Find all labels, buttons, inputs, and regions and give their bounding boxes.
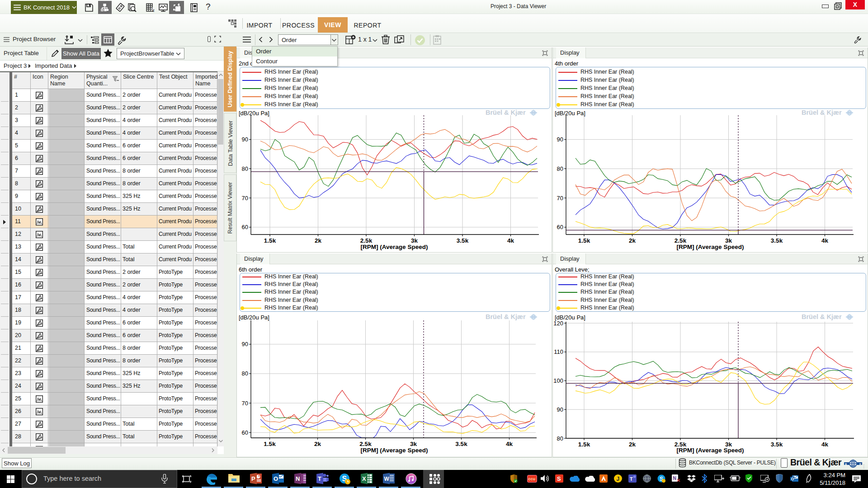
svg-text:90: 90 xyxy=(242,341,248,347)
svg-text:120: 120 xyxy=(553,320,563,327)
svg-text:2.5k: 2.5k xyxy=(359,441,372,447)
svg-text:80: 80 xyxy=(242,370,248,377)
svg-text:W: W xyxy=(384,476,390,482)
svg-text:4k: 4k xyxy=(507,237,514,244)
svg-text:70: 70 xyxy=(557,195,563,202)
svg-text:3.5k: 3.5k xyxy=(457,237,469,244)
svg-text:3k: 3k xyxy=(411,237,418,244)
svg-text:100: 100 xyxy=(553,377,563,384)
svg-text:60: 60 xyxy=(557,224,563,230)
svg-text:O: O xyxy=(274,475,278,482)
svg-text:70: 70 xyxy=(242,400,248,407)
svg-text:4k: 4k xyxy=(821,441,829,448)
svg-text:80: 80 xyxy=(242,165,248,172)
svg-text:80: 80 xyxy=(557,165,563,172)
svg-text:3k: 3k xyxy=(410,441,417,447)
svg-text:2.5k: 2.5k xyxy=(675,237,687,244)
svg-text:3k: 3k xyxy=(725,237,732,244)
svg-text:3.5k: 3.5k xyxy=(771,441,783,448)
svg-text:2k: 2k xyxy=(629,441,636,448)
svg-text:60: 60 xyxy=(242,429,248,436)
svg-text:1.5k: 1.5k xyxy=(264,237,276,244)
svg-text:3.5k: 3.5k xyxy=(771,237,783,244)
svg-text:N: N xyxy=(296,475,300,482)
svg-text:ccu: ccu xyxy=(528,477,536,481)
svg-text:4k: 4k xyxy=(506,441,513,447)
svg-text:2k: 2k xyxy=(629,237,636,244)
svg-text:90: 90 xyxy=(242,136,248,143)
svg-text:P: P xyxy=(251,475,255,482)
svg-text:S: S xyxy=(557,475,561,482)
svg-text:1.5k: 1.5k xyxy=(264,441,276,447)
svg-text:T: T xyxy=(318,475,321,482)
svg-text:2k: 2k xyxy=(314,441,321,447)
svg-text:1.5k: 1.5k xyxy=(578,441,590,448)
svg-text:1.5k: 1.5k xyxy=(578,237,590,244)
svg-text:2k: 2k xyxy=(315,237,322,244)
svg-text:B: B xyxy=(845,463,847,465)
svg-text:80: 80 xyxy=(557,435,563,442)
svg-text:3.5k: 3.5k xyxy=(455,441,467,447)
svg-text:2.5k: 2.5k xyxy=(360,237,373,244)
svg-text:4k: 4k xyxy=(821,237,829,244)
svg-text:O: O xyxy=(791,477,794,481)
svg-text:N: N xyxy=(673,476,676,481)
svg-text:90: 90 xyxy=(557,136,563,143)
svg-text:110: 110 xyxy=(554,348,563,355)
svg-text:70: 70 xyxy=(242,195,248,202)
svg-text:X: X xyxy=(362,475,366,482)
svg-text:z: z xyxy=(151,7,153,10)
svg-text:90: 90 xyxy=(557,406,563,413)
svg-text:J: J xyxy=(617,476,620,482)
svg-text:60: 60 xyxy=(242,224,248,230)
svg-text:T: T xyxy=(630,476,633,482)
